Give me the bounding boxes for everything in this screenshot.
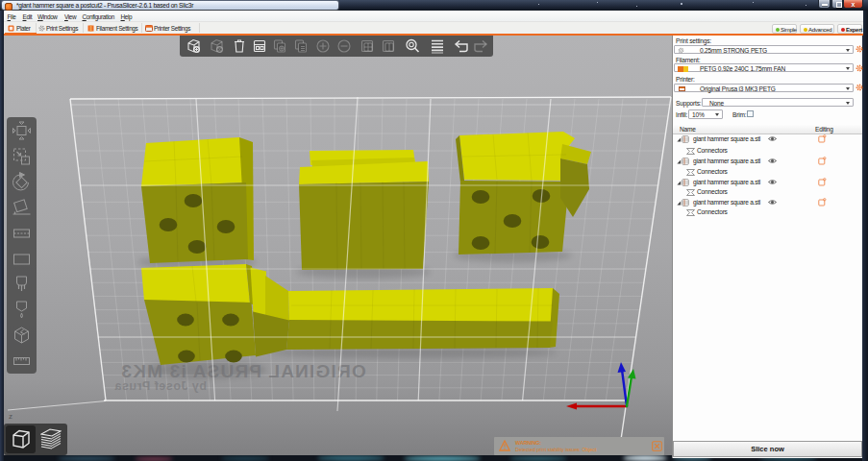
svg-text:by Josef Prusa: by Josef Prusa bbox=[113, 379, 206, 393]
svg-text:ORIGINAL PRUSA i3 MK3: ORIGINAL PRUSA i3 MK3 bbox=[120, 361, 365, 381]
svg-text:z: z bbox=[9, 412, 12, 421]
